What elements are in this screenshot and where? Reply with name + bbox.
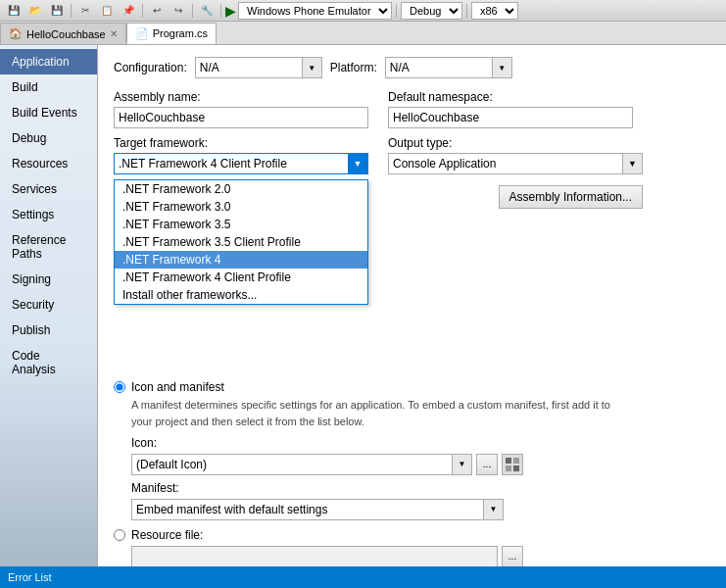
icon-browse-button[interactable]: ... (476, 454, 498, 475)
resource-file-row: ... (131, 546, 523, 566)
toolbar-btn-3[interactable]: 💾 (47, 2, 67, 20)
output-type-arrow[interactable]: ▼ (622, 154, 642, 173)
sidebar-item-application[interactable]: Application (0, 49, 97, 74)
icon-preview[interactable] (502, 454, 523, 475)
sidebar-item-security[interactable]: Security (0, 292, 97, 318)
run-button[interactable]: ▶ (225, 3, 236, 19)
icon-arrow[interactable]: ▼ (452, 455, 471, 474)
redo-btn[interactable]: ↪ (169, 2, 188, 20)
icon-label: Icon: (131, 436, 157, 450)
platform-label: Platform: (330, 61, 377, 74)
emulator-dropdown[interactable]: Windows Phone Emulator (238, 2, 392, 20)
manifest-label-row: Manifest: (131, 481, 710, 495)
default-namespace-label: Default namespace: (388, 90, 633, 104)
sep-4 (220, 4, 221, 18)
sep-1 (71, 4, 72, 18)
sidebar-item-services[interactable]: Services (0, 176, 97, 202)
icon-manifest-desc-line2: your project and then select it from the… (131, 415, 710, 429)
manifest-value: Embed manifest with default settings (132, 500, 483, 519)
assembly-name-group: Assembly name: (114, 90, 368, 128)
resource-file-input[interactable] (131, 546, 498, 566)
manifest-select-row: Embed manifest with default settings ▼ (131, 499, 504, 520)
resource-file-radio[interactable] (114, 529, 125, 541)
framework-option-35cp[interactable]: .NET Framework 3.5 Client Profile (115, 233, 367, 251)
icon-cell-4 (513, 466, 519, 471)
toolbar: 💾 📂 💾 ✂ 📋 📌 ↩ ↪ 🔧 ▶ Windows Phone Emulat… (0, 0, 726, 22)
icon-manifest-desc-line1: A manifest determines specific settings … (131, 398, 710, 413)
framework-option-30[interactable]: .NET Framework 3.0 (115, 198, 367, 216)
icon-manifest-radio-row: Icon and manifest (114, 380, 710, 394)
framework-option-4[interactable]: .NET Framework 4 (115, 251, 367, 269)
icon-manifest-radio[interactable] (114, 381, 125, 393)
toolbar-btn-6[interactable]: 📌 (119, 2, 138, 20)
assembly-name-label: Assembly name: (114, 90, 368, 104)
toolbar-btn-5[interactable]: 📋 (97, 2, 117, 20)
icon-select[interactable]: (Default Icon) ▼ (131, 454, 472, 475)
tab-label-program: Program.cs (153, 27, 208, 39)
icon-manifest-label: Icon and manifest (131, 380, 224, 394)
tab-programCs[interactable]: 📄 Program.cs (126, 23, 217, 44)
sidebar-item-signing[interactable]: Signing (0, 267, 97, 292)
sidebar-item-publish[interactable]: Publish (0, 318, 97, 343)
framework-option-20[interactable]: .NET Framework 2.0 (115, 180, 367, 198)
default-namespace-group: Default namespace: (388, 90, 633, 128)
sep-6 (466, 4, 467, 18)
sidebar-item-resources[interactable]: Resources (0, 151, 97, 176)
run-icon: ▶ (225, 3, 236, 19)
target-framework-label: Target framework: (114, 136, 368, 150)
assembly-name-input[interactable] (114, 107, 368, 128)
sidebar-item-build-events[interactable]: Build Events (0, 100, 97, 125)
sep-3 (192, 4, 193, 18)
top-fields-row: Assembly name: Default namespace: (114, 90, 710, 128)
manifest-select[interactable]: Embed manifest with default settings ▼ (131, 499, 504, 520)
status-text: Error List (8, 571, 52, 583)
assembly-info-button[interactable]: Assembly Information... (499, 185, 643, 209)
toolbar-btn-1[interactable]: 💾 (4, 2, 24, 20)
status-bar: Error List (0, 566, 726, 588)
resource-browse-button[interactable]: ... (502, 546, 523, 566)
config-dropdown[interactable]: Debug (401, 2, 462, 20)
main-layout: Application Build Build Events Debug Res… (0, 45, 726, 566)
platform-value: N/A (386, 58, 492, 77)
sidebar-item-debug[interactable]: Debug (0, 125, 97, 151)
config-row: Configuration: N/A ▼ Platform: N/A ▼ (114, 57, 710, 78)
sidebar-item-build[interactable]: Build (0, 74, 97, 100)
framework-option-35[interactable]: .NET Framework 3.5 (115, 216, 367, 233)
toolbar-btn-2[interactable]: 📂 (25, 2, 45, 20)
default-namespace-input[interactable] (388, 107, 633, 128)
resource-file-label: Resource file: (131, 528, 203, 542)
config-arrow[interactable]: ▼ (302, 58, 321, 77)
resource-file-section: Resource file: ... (114, 528, 710, 566)
toolbar-btn-7[interactable]: 🔧 (197, 2, 217, 20)
framework-option-4cp[interactable]: .NET Framework 4 Client Profile (115, 269, 367, 286)
icon-manifest-section: Icon and manifest A manifest determines … (114, 380, 710, 520)
platform-select[interactable]: N/A ▼ (385, 57, 512, 78)
config-value: N/A (196, 58, 302, 77)
tab-helloCouchbase[interactable]: 🏠 HelloCouchbase ✕ (0, 23, 126, 44)
assembly-info-container: Assembly Information... (388, 185, 643, 209)
output-type-select[interactable]: Console Application ▼ (388, 153, 643, 174)
icon-select-value: (Default Icon) (132, 455, 452, 474)
icon-cell-2 (513, 458, 519, 464)
platform-dropdown[interactable]: x86 (471, 2, 518, 20)
resource-radio-row: Resource file: (114, 528, 710, 542)
sidebar-item-settings[interactable]: Settings (0, 202, 97, 227)
configuration-select[interactable]: N/A ▼ (195, 57, 322, 78)
tab-close-hello[interactable]: ✕ (110, 28, 118, 39)
tab-bar: 🏠 HelloCouchbase ✕ 📄 Program.cs (0, 22, 726, 45)
toolbar-btn-4[interactable]: ✂ (75, 2, 95, 20)
framework-output-row: Target framework: .NET Framework 4 Clien… (114, 136, 710, 209)
undo-btn[interactable]: ↩ (147, 2, 167, 20)
platform-arrow[interactable]: ▼ (492, 58, 511, 77)
target-framework-select[interactable]: .NET Framework 4 Client Profile ▼ (114, 153, 368, 174)
manifest-arrow[interactable]: ▼ (483, 500, 503, 519)
sidebar-item-reference-paths[interactable]: Reference Paths (0, 227, 97, 267)
framework-option-install[interactable]: Install other frameworks... (115, 286, 367, 304)
tab-icon-program: 📄 (135, 27, 149, 40)
sidebar-item-code-analysis[interactable]: Code Analysis (0, 343, 97, 382)
framework-selected-value: .NET Framework 4 Client Profile (115, 154, 348, 173)
framework-dropdown-list: .NET Framework 2.0 .NET Framework 3.0 .N… (114, 179, 368, 305)
framework-dropdown-arrow[interactable]: ▼ (348, 154, 367, 173)
sidebar: Application Build Build Events Debug Res… (0, 45, 98, 566)
tab-label-hello: HelloCouchbase (26, 28, 106, 40)
